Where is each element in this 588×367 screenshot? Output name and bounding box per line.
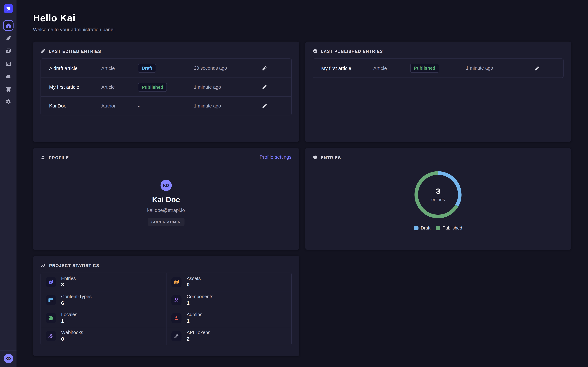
stat-webhooks: Webhooks 0 <box>41 327 166 345</box>
status-badge: Draft <box>138 64 156 73</box>
gear-icon <box>5 99 11 105</box>
pencil-icon <box>262 66 267 71</box>
sidebar-item-media-library[interactable] <box>3 46 13 56</box>
sidebar-item-content-manager[interactable] <box>3 33 13 43</box>
table-row: Kai Doe Author - 1 minute ago <box>41 96 291 115</box>
strapi-logo[interactable] <box>4 4 13 13</box>
legend-item-draft: Draft <box>414 225 430 231</box>
sidebar: KD <box>0 0 17 367</box>
stat-value: 3 <box>61 282 76 288</box>
molecule-icon <box>173 297 179 303</box>
stats-table: Entries 3 <box>41 273 292 345</box>
stat-value: 1 <box>187 300 213 306</box>
entries-count: 3 <box>436 187 440 195</box>
legend-label: Published <box>442 225 462 231</box>
key-icon <box>173 333 179 339</box>
panel-title: LAST EDITED ENTRIES <box>49 49 101 53</box>
page-title: Hello Kai <box>33 12 571 24</box>
stat-assets: Assets 0 <box>166 273 291 291</box>
table-row: A draft article Article Draft 20 seconds… <box>41 59 291 77</box>
sidebar-divider <box>0 16 17 16</box>
edit-entry-button[interactable] <box>262 66 291 71</box>
entry-time: 1 minute ago <box>466 66 534 71</box>
stat-value: 6 <box>61 300 92 306</box>
panel-title: ENTRIES <box>321 155 341 160</box>
panel-title: LAST PUBLISHED ENTRIES <box>321 49 383 53</box>
panel-title: PROJECT STATISTICS <box>49 263 99 268</box>
edit-entry-button[interactable] <box>262 85 291 90</box>
status-empty: - <box>138 103 140 109</box>
sidebar-footer: KD <box>0 350 17 367</box>
entry-name: My first article <box>321 65 373 71</box>
layout-icon <box>48 297 53 303</box>
entry-type: Article <box>101 84 138 90</box>
sidebar-item-home[interactable] <box>3 20 13 31</box>
project-statistics-panel: PROJECT STATISTICS Entries <box>33 256 299 356</box>
table-row: My first article Article Published 1 min… <box>41 77 291 96</box>
sidebar-item-marketplace[interactable] <box>3 84 13 94</box>
legend-item-published: Published <box>436 225 462 231</box>
chart-legend: Draft Published <box>414 225 462 231</box>
pencil-icon <box>262 85 267 90</box>
legend-label: Draft <box>421 225 431 231</box>
table-row: My first article Article Published 1 min… <box>313 59 563 77</box>
stat-value: 1 <box>61 318 77 324</box>
webhook-icon <box>48 333 53 339</box>
check-circle-icon <box>313 49 318 53</box>
user-icon <box>41 155 45 160</box>
last-edited-table: A draft article Article Draft 20 seconds… <box>41 58 292 115</box>
entry-time: 1 minute ago <box>194 84 262 90</box>
stat-value: 0 <box>187 282 201 288</box>
stat-entries: Entries 3 <box>41 273 166 291</box>
pencil-icon <box>262 103 267 108</box>
stat-label: Locales <box>61 312 77 317</box>
entry-time: 20 seconds ago <box>194 66 262 71</box>
draft-swatch <box>414 226 418 230</box>
globe-icon <box>48 315 53 321</box>
entries-panel: ENTRIES 3 entries <box>305 148 571 250</box>
last-published-table: My first article Article Published 1 min… <box>313 58 564 78</box>
stat-value: 2 <box>187 336 210 342</box>
stat-value: 1 <box>187 318 202 324</box>
edit-entry-button[interactable] <box>262 103 291 108</box>
profile-name: Kai Doe <box>152 195 180 204</box>
documents-icon <box>48 279 53 285</box>
published-swatch <box>436 226 440 230</box>
stat-label: Webhooks <box>61 330 83 335</box>
stat-locales: Locales 1 <box>41 309 166 327</box>
profile-panel: PROFILE Profile settings KD Kai Doe kai.… <box>33 148 299 250</box>
home-icon <box>5 23 11 28</box>
stat-content-types: Content-Types 6 <box>41 291 166 309</box>
pencil-icon <box>534 66 539 71</box>
layout-icon <box>5 61 11 67</box>
profile-settings-link[interactable]: Profile settings <box>259 154 292 160</box>
status-badge: Published <box>138 83 167 92</box>
stat-label: Assets <box>187 276 201 281</box>
last-edited-entries-panel: LAST EDITED ENTRIES A draft article Arti… <box>33 42 299 142</box>
stat-components: Components 1 <box>166 291 291 309</box>
sidebar-item-settings[interactable] <box>3 97 13 107</box>
entries-count-label: entries <box>431 197 445 202</box>
profile-email: kai.doe@strapi.io <box>147 208 185 213</box>
page-subtitle: Welcome to your administration panel <box>33 27 571 32</box>
user-avatar[interactable]: KD <box>4 354 13 363</box>
stat-admins: Admins 1 <box>166 309 291 327</box>
main-content: Hello Kai Welcome to your administration… <box>17 0 588 367</box>
user-icon <box>173 315 179 321</box>
entry-time: 1 minute ago <box>194 103 262 108</box>
pictures-icon <box>173 279 179 285</box>
panel-title: PROFILE <box>49 155 69 160</box>
sidebar-item-deploy[interactable] <box>3 71 13 82</box>
entry-name: Kai Doe <box>49 103 101 108</box>
pencil-icon <box>41 49 45 53</box>
cloud-icon <box>5 73 11 79</box>
status-badge: Published <box>410 64 439 73</box>
last-published-entries-panel: LAST PUBLISHED ENTRIES My first article … <box>305 42 571 142</box>
edit-entry-button[interactable] <box>534 66 563 71</box>
sidebar-item-content-type-builder[interactable] <box>3 58 13 69</box>
entries-donut-chart: 3 entries <box>412 168 464 221</box>
entry-type: Article <box>373 65 410 71</box>
cube-icon <box>313 155 318 160</box>
stat-api-tokens: API Tokens 2 <box>166 327 291 345</box>
cart-icon <box>5 86 11 92</box>
